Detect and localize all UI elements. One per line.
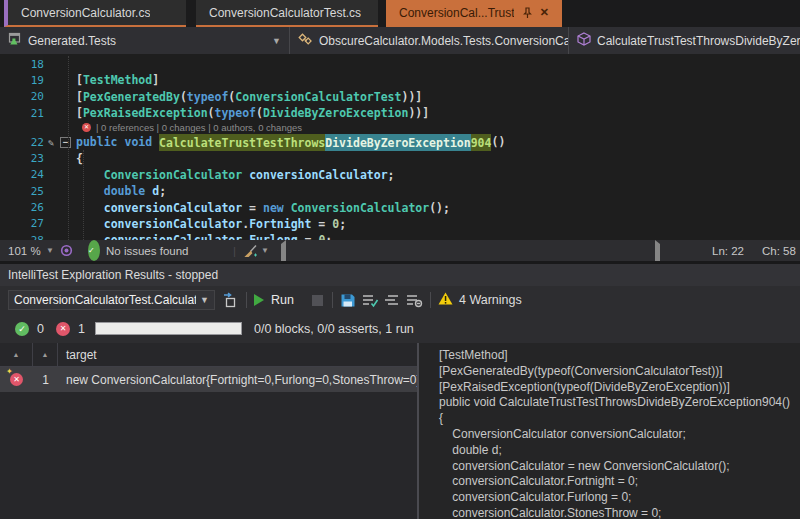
result-target-cell: new ConversionCalculator{Fortnight=0,Fur… [58, 373, 417, 387]
chevron-down-icon[interactable]: ▼ [46, 240, 54, 261]
code-token: [ [76, 73, 83, 87]
intellicode-status-icon[interactable] [60, 240, 73, 261]
stop-button[interactable] [312, 286, 323, 314]
run-button[interactable]: Run [254, 286, 294, 314]
details-line: conversionCalculator = new ConversionCal… [439, 459, 800, 475]
failed-icon: ✕ [56, 314, 70, 343]
toolbar-separator [332, 292, 333, 308]
issues-message[interactable]: No issues found [106, 240, 188, 261]
code-token [76, 217, 104, 231]
code-line-19: 19[TestMethod] [0, 72, 800, 88]
line-number: 25 [0, 185, 44, 198]
stop-icon [312, 295, 323, 306]
filter-list-icon[interactable] [406, 286, 423, 314]
code-token: 904 [471, 134, 492, 151]
show-passing-list-icon[interactable] [362, 286, 379, 314]
code-token: new [263, 201, 284, 215]
column-header-target[interactable]: target [58, 343, 417, 366]
sort-column-status[interactable]: ▲ [0, 343, 33, 366]
target-combo-label: ConversionCalculatorTest.Calculate [14, 293, 196, 307]
collapse-box-icon[interactable]: − [60, 137, 71, 148]
tab-label: ConversionCalculatorTest.cs [209, 6, 361, 20]
intellitest-toolbar: ConversionCalculatorTest.Calculate ▼ Run [0, 286, 800, 314]
zoom-level[interactable]: 101 % [8, 240, 41, 261]
test-project-icon [8, 32, 22, 49]
member-dropdown[interactable]: CalculateTrustTestThrowsDivideByZeroEx [569, 27, 800, 54]
divider: | [233, 240, 236, 261]
code-text: [TestMethod] [74, 73, 159, 87]
panel-title-text: IntelliTest Exploration Results - stoppe… [8, 268, 218, 282]
code-token: ; [325, 233, 332, 240]
warning-triangle-icon [438, 292, 453, 308]
code-token: conversionCalculator [104, 233, 242, 240]
line-number: 23 [0, 152, 44, 165]
chevron-down-icon[interactable]: ▼ [261, 240, 269, 261]
code-token: conversionCalculator [104, 201, 242, 215]
sort-column-index[interactable]: ▲ [33, 343, 58, 366]
code-token: DivideByZeroException [263, 106, 408, 120]
new-test-spark-icon: ✦ [6, 368, 13, 376]
results-table-header: ▲ ▲ target [0, 343, 417, 367]
type-dropdown[interactable]: ObscureCalculator.Models.Tests.Conversio… [290, 27, 569, 54]
tab-trusttest-active[interactable]: ConversionCal...TrustTest.g.cs ✕ [386, 0, 562, 27]
class-icon [298, 33, 313, 49]
code-token: ; [159, 184, 166, 198]
run-summary-row: ✓ 0 ✕ 1 0/0 blocks, 0/0 asserts, 1 run [0, 314, 800, 343]
code-line-18: 18 [0, 56, 800, 72]
warnings-button[interactable]: 4 Warnings [438, 286, 522, 314]
code-token: CalculateTrustTestThrows [159, 134, 325, 151]
results-table: ▲ ▲ target ✕✦ 1 new ConversionCalculator… [0, 343, 417, 519]
details-line: ConversionCalculator conversionCalculato… [439, 427, 800, 443]
target-combo[interactable]: ConversionCalculatorTest.Calculate ▼ [8, 290, 215, 310]
code-line-27: 27 conversionCalculator.Fortnight = 0; [0, 216, 800, 232]
code-cleanup-broom-icon[interactable] [243, 240, 258, 261]
line-number: 21 [0, 107, 44, 120]
code-token [76, 233, 104, 240]
visual-studio-window: ConversionCalculator.cs ConversionCalcul… [0, 0, 800, 519]
code-text: [PexGeneratedBy(typeof(ConversionCalcula… [74, 90, 422, 104]
code-editor[interactable]: 1819[TestMethod]20[PexGeneratedBy(typeof… [0, 54, 800, 240]
project-dropdown[interactable]: Generated.Tests ▼ [0, 27, 290, 54]
codelens-row: ✕| 0 references | 0 changes | 0 authors,… [0, 121, 800, 134]
result-row-selected[interactable]: ✕✦ 1 new ConversionCalculator{Fortnight=… [0, 367, 417, 392]
code-token: { [76, 152, 83, 166]
type-dropdown-label: ObscureCalculator.Models.Tests.Conversio… [319, 34, 569, 48]
code-line-20: 20[PexGeneratedBy(typeof(ConversionCalcu… [0, 89, 800, 105]
tab-conversioncalculator[interactable]: ConversionCalculator.cs [4, 0, 186, 27]
details-line: [PexGeneratedBy(typeof(ConversionCalcula… [439, 364, 800, 380]
project-dropdown-label: Generated.Tests [28, 34, 116, 48]
code-token: public void [76, 135, 159, 149]
tab-label: ConversionCalculator.cs [21, 6, 150, 20]
result-index-cell: 1 [33, 373, 58, 387]
code-token: [ [76, 106, 83, 120]
code-token: ))] [401, 90, 422, 104]
codelens-error-icon: ✕ [82, 123, 91, 132]
details-panel[interactable]: [TestMethod][PexGeneratedBy(typeof(Conve… [419, 343, 800, 519]
result-status-cell: ✕✦ [0, 373, 33, 386]
tab-conversioncalculatortest[interactable]: ConversionCalculatorTest.cs [196, 0, 378, 27]
code-token: ; [388, 168, 395, 182]
details-code: [TestMethod][PexGeneratedBy(typeof(Conve… [439, 348, 800, 519]
intellitest-panel-title[interactable]: IntelliTest Exploration Results - stoppe… [0, 264, 800, 286]
save-tests-button[interactable] [340, 286, 356, 314]
code-token: conversionCalculator [104, 217, 242, 231]
open-in-window-button[interactable] [222, 286, 239, 314]
close-icon[interactable]: ✕ [540, 7, 549, 18]
details-line: [PexRaisedException(typeof(DivideByZeroE… [439, 380, 800, 396]
warnings-label: 4 Warnings [459, 293, 522, 307]
pin-icon[interactable] [523, 7, 532, 19]
codelens-text[interactable]: | 0 references | 0 changes | 0 authors, … [96, 122, 302, 133]
code-token: = [298, 233, 319, 240]
member-dropdown-label: CalculateTrustTestThrowsDivideByZeroEx [597, 34, 800, 48]
tab-label: ConversionCal...TrustTest.g.cs [399, 6, 514, 20]
group-list-icon[interactable] [384, 286, 401, 314]
line-indicator: Ln: 22 [712, 240, 744, 261]
details-line: [TestMethod] [439, 348, 800, 364]
code-area: 1819[TestMethod]20[PexGeneratedBy(typeof… [0, 56, 800, 240]
code-token: ( [256, 106, 263, 120]
code-token: typeof [215, 106, 257, 120]
play-icon [254, 294, 264, 306]
editor-navigation-bar: Generated.Tests ▼ ObscureCalculator.Mode… [0, 27, 800, 54]
line-number: 22 [0, 136, 44, 149]
line-number: 18 [0, 58, 44, 71]
